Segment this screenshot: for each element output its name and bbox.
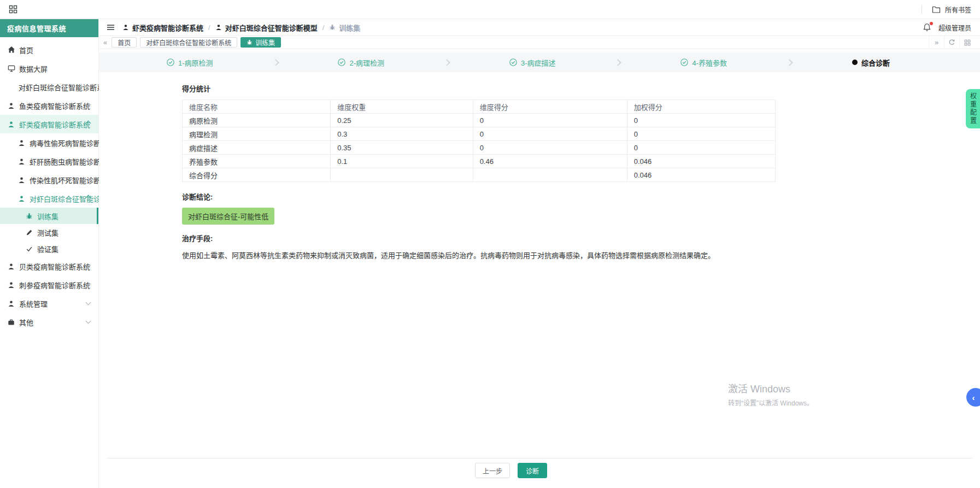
refresh-icon[interactable] bbox=[944, 36, 959, 49]
sidebar-item-label: 测试集 bbox=[37, 227, 58, 238]
sidebar-item-home[interactable]: 首页 bbox=[0, 40, 98, 59]
sidebar-item-data-screen[interactable]: 数据大屏 bbox=[0, 59, 98, 78]
sidebar-item-label: 其他 bbox=[19, 317, 33, 327]
sidebar-item-validation-set[interactable]: 验证集 bbox=[0, 240, 98, 257]
cell-score: 0.46 bbox=[473, 155, 627, 168]
sidebar-item-system-management[interactable]: 系统管理 bbox=[0, 294, 98, 313]
cell-weight bbox=[331, 168, 473, 182]
step-label: 4-养殖参数 bbox=[692, 57, 727, 68]
sidebar-item-training-set[interactable]: 训练集 bbox=[0, 208, 98, 224]
tab-wssv-system[interactable]: 对虾白斑综合征智能诊断系统 bbox=[140, 37, 237, 48]
table-row: 养殖参数 0.1 0.46 0.046 bbox=[183, 155, 776, 168]
browser-bookmarks-bar: 所有书签 bbox=[0, 0, 980, 19]
breadcrumb: 虾类疫病智能诊断系统 / 对虾白斑综合征智能诊断模型 / 训练集 bbox=[122, 22, 360, 33]
hamburger-icon[interactable] bbox=[107, 23, 115, 31]
step-farming-parameters: 4-养殖参数 bbox=[680, 57, 727, 68]
current-user[interactable]: 超级管理员 bbox=[938, 23, 971, 32]
sidebar-item-imn-model[interactable]: 传染性肌坏死智能诊断模型 bbox=[0, 170, 98, 189]
sidebar-item-label: 训练集 bbox=[37, 211, 58, 221]
step-comprehensive-diagnosis: 综合诊断 bbox=[852, 57, 890, 68]
cell-dimension: 病原检测 bbox=[183, 114, 331, 127]
sidebar-item-shellfish-system[interactable]: 贝类疫病智能诊断系统 bbox=[0, 257, 98, 275]
cell-weighted-score: 0 bbox=[627, 127, 775, 141]
breadcrumb-item[interactable]: 虾类疫病智能诊断系统 bbox=[132, 22, 203, 33]
user-icon bbox=[7, 299, 15, 308]
pencil-icon bbox=[25, 228, 33, 237]
tile-view-icon[interactable] bbox=[959, 36, 975, 49]
breadcrumb-separator: / bbox=[322, 23, 325, 32]
step-done-icon bbox=[338, 58, 345, 66]
tab-home[interactable]: 首页 bbox=[112, 37, 137, 48]
cell-dimension: 养殖参数 bbox=[183, 155, 331, 168]
sidebar-item-other[interactable]: 其他 bbox=[0, 313, 98, 331]
score-section-title: 得分统计 bbox=[182, 83, 980, 93]
sidebar-item-wssv-system[interactable]: 对虾白斑综合征智能诊断系统 bbox=[0, 78, 98, 96]
cell-score: 0 bbox=[473, 114, 627, 127]
table-row: 病症描述 0.35 0 0 bbox=[183, 141, 776, 155]
sidebar-item-ehp-model[interactable]: 虾肝肠胞虫病智能诊断模型 bbox=[0, 152, 98, 170]
collapse-left-icon[interactable]: ‹ bbox=[966, 388, 980, 407]
step-pathology-detection: 2-病理检测 bbox=[338, 57, 384, 68]
cell-dimension: 病理检测 bbox=[183, 127, 331, 141]
col-header: 维度权重 bbox=[331, 100, 473, 114]
user-icon bbox=[7, 281, 15, 289]
apps-grid-icon[interactable] bbox=[9, 5, 17, 14]
sidebar-item-test-set[interactable]: 测试集 bbox=[0, 224, 98, 240]
user-icon bbox=[7, 120, 15, 128]
sidebar-item-shrimp-system[interactable]: 虾类疫病智能诊断系统 bbox=[0, 115, 98, 133]
sidebar-item-label: 首页 bbox=[19, 45, 33, 55]
step-done-icon bbox=[680, 58, 688, 66]
diagnosis-result-badge: 对虾白斑综合征-可能性低 bbox=[182, 208, 274, 225]
step-label: 综合诊断 bbox=[861, 57, 890, 68]
sidebar-item-label: 鱼类疫病智能诊断系统 bbox=[19, 101, 90, 111]
user-icon bbox=[17, 157, 26, 166]
treatment-text: 使用如土霉素、阿莫西林等抗生素类药物来抑制或消灭致病菌，适用于确定细菌感染后的治… bbox=[182, 250, 964, 261]
user-icon bbox=[215, 24, 222, 31]
chevron-down-icon bbox=[86, 319, 91, 324]
user-icon bbox=[122, 24, 129, 31]
weight-config-tab[interactable]: 权重配置 bbox=[966, 89, 980, 128]
briefcase-icon bbox=[7, 318, 15, 326]
sidebar-item-fish-system[interactable]: 鱼类疫病智能诊断系统 bbox=[0, 96, 98, 115]
step-label: 2-病理检测 bbox=[349, 57, 384, 68]
app-title: 疫病信息管理系统 bbox=[0, 19, 98, 37]
diagnose-button[interactable]: 诊断 bbox=[518, 463, 547, 478]
user-icon bbox=[17, 195, 26, 203]
bug-icon bbox=[329, 24, 336, 31]
tabs-scroll-left-icon[interactable]: « bbox=[103, 38, 107, 46]
tabs-scroll-right-icon[interactable]: » bbox=[929, 36, 944, 49]
tab-label: 首页 bbox=[118, 38, 131, 47]
tab-training-set[interactable]: 训练集 bbox=[240, 37, 281, 48]
sidebar-menu: 首页 数据大屏 对虾白斑综合征智能诊断系统 鱼类疫病智能诊断系统 虾类疫病智能诊… bbox=[0, 37, 98, 331]
cell-weight: 0.25 bbox=[331, 114, 473, 127]
main-area: 虾类疫病智能诊断系统 / 对虾白斑综合征智能诊断模型 / 训练集 超级管理员 «… bbox=[99, 19, 980, 488]
sidebar: 疫病信息管理系统 首页 数据大屏 对虾白斑综合征智能诊断系统 鱼类疫病智能诊断系… bbox=[0, 19, 99, 488]
step-pathogen-detection: 1-病原检测 bbox=[167, 57, 213, 68]
bug-icon bbox=[247, 39, 253, 45]
sidebar-item-sea-cucumber-system[interactable]: 刺参疫病智能诊断系统 bbox=[0, 275, 98, 294]
col-header: 维度名称 bbox=[183, 100, 331, 114]
table-header-row: 维度名称 维度权重 维度得分 加权得分 bbox=[183, 100, 776, 114]
score-table: 维度名称 维度权重 维度得分 加权得分 病原检测 0.25 0 0 病理检测 bbox=[182, 99, 776, 182]
sidebar-item-viral-model[interactable]: 病毒性偷死病智能诊断模型 bbox=[0, 133, 98, 152]
user-icon bbox=[7, 102, 15, 110]
sidebar-item-label: 数据大屏 bbox=[19, 63, 48, 74]
cell-weight: 0.3 bbox=[331, 127, 473, 141]
cell-dimension: 综合得分 bbox=[183, 168, 331, 182]
watermark-line2: 转到“设置”以激活 Windows。 bbox=[728, 398, 813, 407]
step-symptom-description: 3-病症描述 bbox=[509, 57, 556, 68]
step-done-icon bbox=[167, 58, 174, 66]
previous-step-button[interactable]: 上一步 bbox=[475, 463, 510, 478]
sidebar-item-wssv-model[interactable]: 对虾白斑综合征智能诊断模型 bbox=[0, 189, 98, 208]
windows-watermark: 激活 Windows 转到“设置”以激活 Windows。 bbox=[728, 381, 813, 407]
all-bookmarks-label[interactable]: 所有书签 bbox=[945, 5, 971, 14]
cell-weight: 0.35 bbox=[331, 141, 473, 155]
breadcrumb-item[interactable]: 对虾白斑综合征智能诊断模型 bbox=[225, 22, 318, 33]
bookmarks-folder-icon[interactable] bbox=[932, 5, 941, 14]
cell-weighted-score: 0.046 bbox=[627, 168, 775, 182]
cell-dimension: 病症描述 bbox=[183, 141, 331, 155]
col-header: 加权得分 bbox=[627, 100, 775, 114]
cell-score: 0 bbox=[473, 141, 627, 155]
notifications-bell-icon[interactable] bbox=[923, 23, 931, 32]
page-content: 1-病原检测 2-病理检测 3-病症描述 4-养殖参数 综合诊断 bbox=[99, 50, 980, 488]
